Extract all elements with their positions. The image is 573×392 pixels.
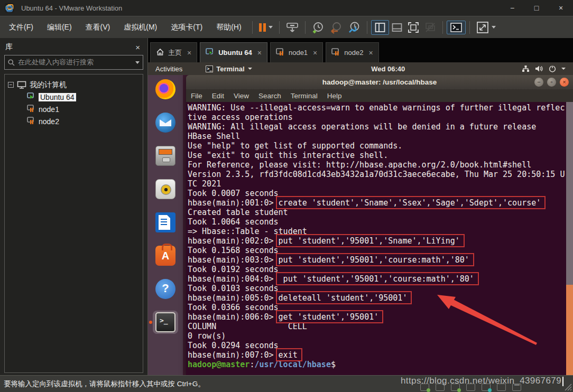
resize-grip[interactable] [565,384,572,391]
tree-item-node1[interactable]: node1 [8,103,140,115]
tree-item-node2[interactable]: node2 [8,115,140,127]
tab-close-button[interactable]: × [257,49,262,57]
shell-prompt-text: hbase(main):006:0> [188,312,279,322]
menu-item-5[interactable]: 帮助(H) [209,20,248,35]
shell-prompt-text: hbase(main):007:0> [188,350,279,360]
window-titlebar: Ubuntu 64 - VMware Workstation − □ × [0,0,573,16]
system-tray[interactable] [522,65,566,72]
terminal-line: Took 0.1568 seconds [188,246,566,255]
toggle-library-button[interactable] [371,20,389,35]
tree-root-my-computer[interactable]: − 我的计算机 [8,79,140,91]
terminal-body[interactable]: WARNING: Use --illegal-access=warn to en… [186,102,573,375]
console-view-button[interactable] [447,21,466,34]
fullscreen-button[interactable] [405,20,422,35]
scrollbar-thumb[interactable] [566,285,573,375]
terminal-line: Use "exit" to quit this interactive shel… [188,151,566,160]
terminal-menu-file[interactable]: File [186,92,207,100]
vm-running-icon [206,48,215,58]
chevron-down-icon [561,68,566,70]
dock-item-rhythmbox[interactable] [153,178,178,201]
tab-node1[interactable]: node1× [270,42,323,62]
menu-item-0[interactable]: 文件(F) [2,20,40,35]
maximize-button[interactable]: □ [524,0,549,16]
dock-item-writer[interactable] [153,211,178,234]
home-icon [156,48,164,58]
tab-主页[interactable]: 主页× [150,42,197,62]
network-icon [522,65,530,72]
terminal-title: hadoop@master: /usr/local/hbase [186,78,573,86]
terminal-line: hbase(main):006:0> get 'student','95001' [188,312,566,322]
tab-label: node2 [344,49,363,57]
terminal-titlebar[interactable]: hadoop@master: /usr/local/hbase − ▫ × [186,75,573,89]
terminal-minimize-button[interactable]: − [534,78,543,87]
vm-paused-icon [27,105,35,114]
tree-item-ubuntu-64[interactable]: Ubuntu 64 [8,91,140,103]
vmware-logo-icon [4,3,15,13]
clock[interactable]: Wed 06:40 [371,65,405,73]
dock-item-software[interactable] [153,244,178,267]
terminal-menu-edit[interactable]: Edit [207,92,229,100]
close-button[interactable]: × [549,0,573,16]
menu-item-2[interactable]: 查看(V) [79,20,117,35]
rhythmbox-icon [155,179,175,199]
terminal-line: => Hbase::Table - student [188,227,566,236]
guest-screen: Activities >_ Terminal Wed 06:40 [148,62,573,375]
terminal-line: hbase(main):003:0> put 'student','95001'… [188,255,566,265]
terminal-line: For Reference, please visit: http://hbas… [188,160,566,170]
terminal-line: Took 0.0366 seconds [188,303,566,312]
terminal-output: WARNING: Use --illegal-access=warn to en… [188,103,566,375]
minimize-button[interactable]: − [500,0,524,16]
app-grid-icon [155,346,175,366]
annotated-command: exit [279,350,298,360]
dock-item-terminal[interactable] [153,311,178,334]
tab-node2[interactable]: node2× [326,42,378,62]
activities-button[interactable]: Activities [155,65,182,73]
dock-item-help[interactable] [153,277,178,301]
terminal-line: hbase(main):007:0> exit [188,350,566,360]
send-ctrl-alt-del-button[interactable] [283,20,301,35]
stretch-guest-button[interactable] [474,20,498,35]
terminal-close-button[interactable]: × [560,78,569,87]
pause-vm-button[interactable] [256,22,275,33]
shell-prompt-text: hbase(main):001:0> [188,198,279,208]
annotated-command: deleteall 'student','95001' [279,293,408,303]
prompt-dollar: $ [331,360,336,369]
dock-item-app-grid[interactable] [153,344,178,367]
focused-app-menu[interactable]: >_ Terminal [206,65,252,73]
revert-snapshot-button[interactable] [327,20,345,35]
terminal-line: Took 0.0103 seconds [188,284,566,293]
toolbar-separator [442,21,443,34]
terminal-menu-terminal[interactable]: Terminal [286,92,322,100]
dock-item-thunderbird[interactable] [153,111,178,134]
ubuntu-top-bar: Activities >_ Terminal Wed 06:40 [148,62,573,75]
library-search-input[interactable]: 在此处键入内容进行搜索 [4,55,143,70]
vm-paused-icon [276,48,285,58]
files-icon [155,146,175,166]
library-close-button[interactable]: × [133,43,142,52]
terminal-menu-search[interactable]: Search [254,92,286,100]
menu-item-3[interactable]: 虚拟机(M) [117,20,164,35]
computer-icon [17,81,26,89]
collapse-icon[interactable]: − [8,82,14,88]
toggle-thumbnail-bar-button[interactable] [389,21,405,34]
terminal-menu-view[interactable]: View [229,92,254,100]
toolbar-separator [367,21,367,34]
terminal-menu-help[interactable]: Help [322,92,347,100]
shell-prompt-text: hbase(main):004:0> [188,274,279,284]
window-title: Ubuntu 64 - VMware Workstation [21,4,500,12]
csdn-watermark: https://blog.csdn.net/weixin_43967679 [401,376,563,386]
take-snapshot-button[interactable] [309,20,327,35]
dock-item-files[interactable] [153,144,178,167]
terminal-scrollbar[interactable] [566,102,573,375]
terminal-maximize-button[interactable]: ▫ [547,78,556,87]
tab-close-button[interactable]: × [187,49,191,57]
manage-snapshots-button[interactable] [345,20,363,35]
tab-close-button[interactable]: × [368,49,373,57]
tab-close-button[interactable]: × [313,49,317,57]
terminal-icon [155,312,175,332]
menu-item-1[interactable]: 编辑(E) [40,20,79,35]
dock-item-firefox[interactable] [153,78,178,101]
tab-ubuntu-64[interactable]: Ubuntu 64× [200,42,267,62]
menu-item-4[interactable]: 选项卡(T) [164,20,209,35]
text-caret [562,377,563,386]
